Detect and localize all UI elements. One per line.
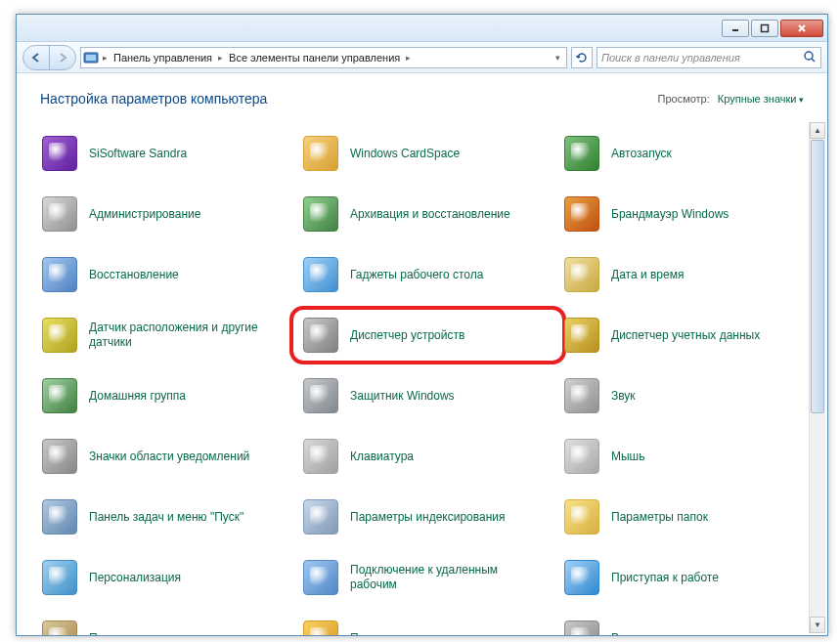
item-taskbar-start[interactable]: Панель задач и меню "Пуск" [40,493,293,540]
svg-rect-1 [762,24,769,31]
item-getting-started[interactable]: Приступая к работе [562,554,816,601]
item-label: Программы по умолчанию [350,631,494,636]
maximize-button[interactable] [751,20,778,37]
item-recovery[interactable]: Восстановление [40,251,293,298]
item-sisoftware-sandra[interactable]: SiSoftware Sandra [40,130,293,177]
address-dropdown-icon[interactable]: ▾ [552,53,564,63]
item-homegroup[interactable]: Домашняя группа [40,372,293,419]
windows-cardspace-icon [301,134,340,173]
item-speech-recognition[interactable]: Распознавание речи [562,615,816,635]
item-date-time[interactable]: Дата и время [562,251,816,298]
item-administration[interactable]: Администрирование [40,191,293,237]
view-mode-dropdown[interactable]: Крупные значки [718,93,804,105]
forward-button[interactable] [49,45,76,70]
desktop-gadgets-icon [301,255,340,294]
svg-point-6 [805,52,813,60]
item-mouse[interactable]: Мышь [562,433,816,480]
scroll-thumb[interactable] [811,140,824,413]
item-folder-options[interactable]: Параметры папок [562,493,816,540]
item-credential-manager[interactable]: Диспетчер учетных данных [562,312,816,359]
search-icon[interactable] [803,50,817,65]
item-label: Диспетчер устройств [350,328,464,343]
personalization-icon [40,558,79,597]
autoplay-icon [562,134,601,173]
item-personalization[interactable]: Персонализация [40,554,293,601]
address-bar[interactable]: ▸ Панель управления ▸ Все элементы панел… [80,47,567,68]
item-device-manager[interactable]: Диспетчер устройств [289,306,566,364]
defender-icon [301,376,340,415]
item-label: Персонализация [89,571,181,585]
keyboard-icon [301,437,340,476]
notification-icons-icon [40,437,79,476]
sisoftware-sandra-icon [40,134,79,173]
item-sound[interactable]: Звук [562,372,816,419]
item-label: Подключение к удаленным рабочим [350,563,526,592]
breadcrumb-segment[interactable]: Панель управления [111,52,214,64]
getting-started-icon [562,558,601,597]
refresh-button[interactable] [571,47,593,68]
item-windows-cardspace[interactable]: Windows CardSpace [301,130,554,177]
item-label: SiSoftware Sandra [89,147,187,161]
item-label: Windows CardSpace [350,147,460,161]
remote-desktop-icon [301,558,340,597]
item-label: Брандмауэр Windows [611,207,729,222]
item-label: Диспетчер учетных данных [611,328,760,343]
taskbar-start-icon [40,497,79,536]
homegroup-icon [40,376,79,415]
item-location-sensor[interactable]: Датчик расположения и другие датчики [40,312,293,359]
minimize-button[interactable] [722,20,749,37]
item-label: Домашняя группа [89,389,186,404]
svg-line-7 [812,59,815,62]
titlebar [17,15,827,42]
item-label: Дата и время [611,268,684,282]
item-firewall[interactable]: Брандмауэр Windows [562,191,816,237]
svg-rect-5 [86,55,96,61]
search-input[interactable]: Поиск в панели управления [597,47,821,68]
back-button[interactable] [22,45,50,70]
item-label: Параметры индексирования [350,510,505,525]
item-backup-restore[interactable]: Архивация и восстановление [301,191,554,237]
item-label: Панель задач и меню "Пуск" [89,510,243,525]
item-label: Клавиатура [350,449,414,464]
view-control: Просмотр: Крупные значки [657,93,804,105]
view-label: Просмотр: [657,93,709,105]
vertical-scrollbar[interactable]: ▲ ▼ [809,122,825,633]
item-remote-desktop[interactable]: Подключение к удаленным рабочим [301,554,554,601]
item-label: Приступая к работе [611,571,719,585]
control-panel-icon [83,50,99,65]
breadcrumb-arrow-icon: ▸ [103,53,108,63]
content-area: SiSoftware SandraWindows CardSpaceАвтоза… [17,122,827,635]
mouse-icon [562,437,601,476]
indexing-icon [301,497,340,536]
date-time-icon [562,255,601,294]
scroll-up-button[interactable]: ▲ [810,122,825,139]
item-autoplay[interactable]: Автозапуск [562,130,816,177]
item-label: Гаджеты рабочего стола [350,268,483,282]
item-label: Значки области уведомлений [89,449,249,464]
item-label: Архивация и восстановление [350,207,510,222]
close-button[interactable] [780,20,823,37]
administration-icon [40,194,79,234]
item-label: Параметры папок [611,510,708,525]
device-manager-icon [301,316,340,355]
item-notification-icons[interactable]: Значки области уведомлений [40,433,293,480]
recovery-icon [40,255,79,294]
item-indexing[interactable]: Параметры индексирования [301,493,554,540]
sound-icon [562,376,601,415]
item-defender[interactable]: Защитник Windows [301,372,554,419]
scroll-down-button[interactable]: ▼ [810,617,825,633]
item-label: Администрирование [89,207,200,222]
toolbar: ▸ Панель управления ▸ Все элементы панел… [17,42,827,73]
items-grid: SiSoftware SandraWindows CardSpaceАвтоза… [40,130,816,635]
item-default-programs[interactable]: Программы по умолчанию [301,615,554,635]
item-keyboard[interactable]: Клавиатура [301,433,554,480]
item-programs-features[interactable]: Программы и компоненты [40,615,293,635]
breadcrumb-segment[interactable]: Все элементы панели управления [227,52,402,64]
default-programs-icon [301,619,340,635]
item-desktop-gadgets[interactable]: Гаджеты рабочего стола [301,251,554,298]
firewall-icon [562,194,601,234]
page-header: Настройка параметров компьютера Просмотр… [17,73,827,118]
programs-features-icon [40,619,79,635]
breadcrumb-arrow-icon: ▸ [218,53,223,63]
item-label: Автозапуск [611,147,672,161]
